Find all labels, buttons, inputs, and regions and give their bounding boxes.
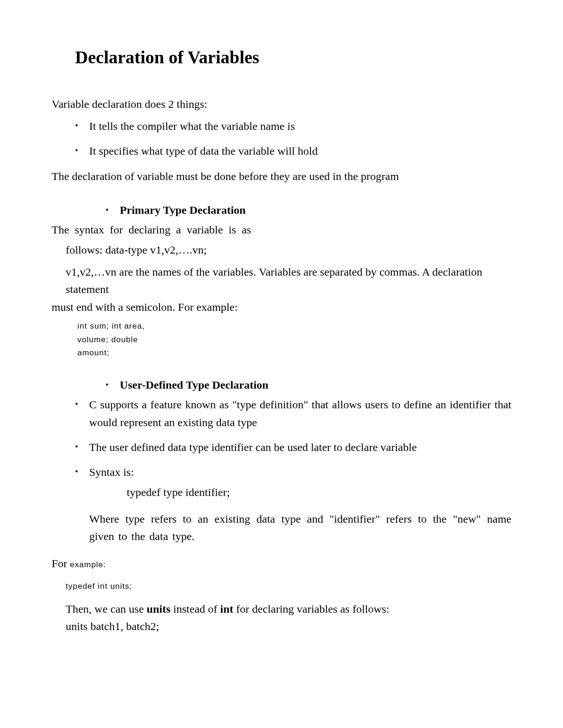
page-title: Declaration of Variables bbox=[75, 47, 511, 68]
bullet-icon: • bbox=[106, 205, 108, 215]
section1-line2: follows: data-type v1,v2,….vn; bbox=[66, 241, 511, 259]
example-text: example: bbox=[67, 560, 106, 569]
section1-line4: must end with a semicolon. For example: bbox=[52, 299, 511, 316]
list-item: The user defined data type identifier ca… bbox=[75, 439, 511, 456]
intro-bullet-list: It tells the compiler what the variable … bbox=[75, 118, 511, 160]
section-heading-userdef: User-Defined Type Declaration bbox=[120, 379, 268, 391]
code-block-1: int sum; int area, volume; double amount… bbox=[77, 320, 511, 360]
for-example-label: For example: bbox=[52, 555, 511, 572]
list-item: It tells the compiler what the variable … bbox=[75, 118, 511, 135]
units-line: units batch1, batch2; bbox=[66, 618, 511, 635]
section-heading-primary: Primary Type Declaration bbox=[120, 204, 245, 216]
list-item: It specifies what type of data the varia… bbox=[75, 143, 511, 160]
int-keyword: int bbox=[220, 603, 233, 615]
then-suffix: for declaring variables as follows: bbox=[233, 603, 389, 615]
for-text: For bbox=[52, 557, 67, 570]
intro-after-text: The declaration of variable must be done… bbox=[52, 168, 511, 185]
code-block-2: typedef int units; bbox=[66, 582, 511, 591]
then-prefix: Then, we can use bbox=[66, 603, 147, 615]
then-line: Then, we can use units instead of int fo… bbox=[66, 600, 511, 618]
section2-bullet-list: C supports a feature known as "type defi… bbox=[75, 396, 511, 545]
bullet-icon: • bbox=[106, 380, 108, 390]
units-keyword: units bbox=[147, 603, 171, 615]
syntax-explain: Where type refers to an existing data ty… bbox=[89, 510, 511, 545]
list-item: C supports a feature known as "type defi… bbox=[75, 396, 511, 431]
then-middle: instead of bbox=[170, 603, 220, 615]
section1-line1: The syntax for declaring a variable is a… bbox=[52, 221, 511, 239]
intro-text: Variable declaration does 2 things: bbox=[52, 96, 511, 113]
section1-line3: v1,v2,…vn are the names of the variables… bbox=[66, 263, 511, 298]
list-item: Syntax is: typedef type identifier; Wher… bbox=[75, 464, 511, 546]
syntax-label: Syntax is: bbox=[89, 466, 134, 478]
syntax-def: typedef type identifier; bbox=[127, 484, 511, 501]
